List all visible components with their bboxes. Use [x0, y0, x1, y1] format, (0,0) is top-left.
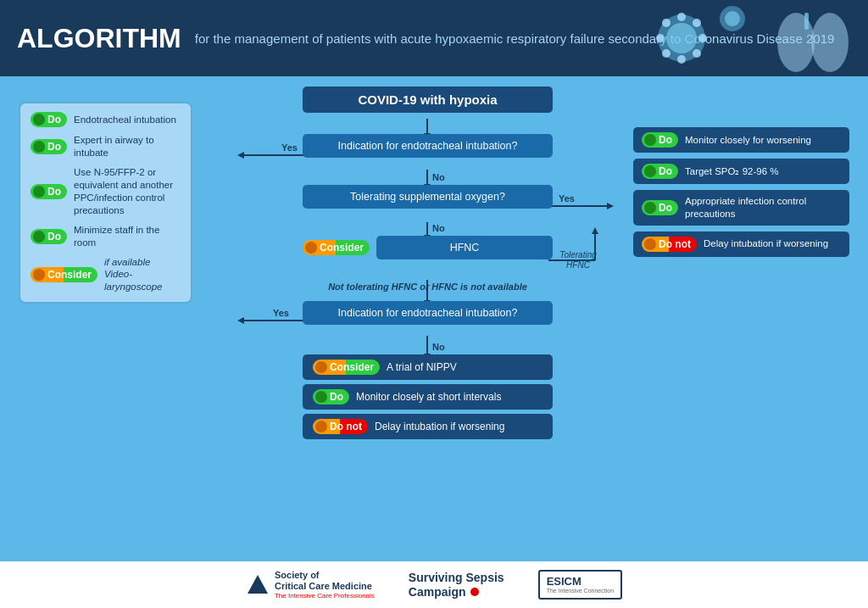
- do-dot-4: [33, 231, 45, 243]
- q3-container: Indication for endotracheal intubation?: [303, 301, 553, 325]
- q1-box: Indication for endotracheal intubation?: [303, 134, 553, 158]
- left-panel: Do Endotracheal intubation Do Expert in …: [19, 102, 192, 304]
- svg-point-4: [656, 34, 665, 42]
- svg-point-12: [777, 13, 815, 72]
- left-item-3: Do Use N-95/FFP-2 or equivalent and anot…: [31, 166, 181, 217]
- esicm-name: ESICM: [547, 575, 614, 588]
- left-item-text-4: Minimize staff in the room: [74, 224, 181, 249]
- footer-ssc: Surviving Sepsis Campaign: [409, 571, 504, 600]
- right-item-text-4: Delay intubation if worsening: [704, 237, 828, 250]
- not-tolerating-note: Not tolerating HFNC or HFNC is not avail…: [303, 278, 553, 293]
- donot-dot-b3: [315, 421, 327, 432]
- sccm-sub: The Intensive Care Professionals: [275, 592, 375, 600]
- header-decoration: [631, 0, 868, 76]
- do-badge-r1: Do: [642, 132, 678, 148]
- right-item-3: Do Appropriate infection control precaut…: [633, 190, 849, 226]
- page-title: ALGORITHM: [17, 23, 181, 54]
- do-dot-3: [33, 186, 45, 198]
- hfnc-box: HFNC: [376, 236, 553, 259]
- do-badge-4: Do: [31, 229, 67, 244]
- svg-point-1: [666, 23, 697, 53]
- svg-point-3: [677, 55, 686, 64]
- donot-label-b3: Do not: [330, 421, 362, 432]
- do-label-4: Do: [47, 231, 61, 243]
- esicm-sub: The Intensive Connection: [547, 588, 614, 594]
- do-badge-r3: Do: [642, 200, 678, 215]
- svg-marker-31: [592, 227, 598, 234]
- svg-marker-18: [237, 152, 244, 159]
- donot-badge-b3: Do not: [313, 419, 368, 434]
- main-content: Yes No Yes No Yes: [0, 76, 868, 561]
- left-item-5: Consider if available Video-laryngoscope: [31, 256, 181, 294]
- consider-dot-5: [33, 269, 45, 281]
- do-badge-1: Do: [31, 112, 67, 127]
- consider-badge: Consider: [303, 240, 370, 255]
- left-item-text-5: if available Video-laryngoscope: [104, 256, 181, 294]
- bottom-item-3: Do not Delay intubation if worsening: [303, 414, 553, 439]
- svg-point-2: [677, 13, 686, 21]
- do-badge-r2: Do: [642, 164, 678, 179]
- svg-text:No: No: [432, 172, 445, 182]
- ssc-name-1: Surviving Sepsis: [409, 571, 504, 585]
- consider-badge-5: Consider: [31, 267, 97, 282]
- do-label-r2: Do: [659, 165, 672, 177]
- svg-point-13: [811, 13, 849, 72]
- q2-box: Tolerating supplemental oxygen?: [303, 185, 553, 209]
- consider-dot-orange: [305, 242, 317, 254]
- do-label-2: Do: [47, 141, 61, 153]
- svg-point-5: [698, 34, 707, 42]
- esicm-logo: ESICM The Intensive Connection: [538, 570, 622, 600]
- sccm-logo-icon: [246, 573, 270, 597]
- svg-marker-24: [607, 203, 614, 209]
- ssc-text: Surviving Sepsis Campaign: [409, 571, 504, 600]
- bottom-center: Consider A trial of NIPPV Do Monitor clo…: [303, 354, 553, 439]
- do-badge-3: Do: [31, 184, 67, 199]
- tolerating-hfnc-label: Tolerating HFNC: [553, 250, 604, 271]
- ssc-logo-dot: [470, 587, 480, 597]
- bottom-item-2: Do Monitor closely at short intervals: [303, 384, 553, 410]
- donot-label-r4: Do not: [659, 238, 691, 250]
- footer-sccm: Society of Critical Care Medicine The In…: [246, 570, 375, 600]
- left-item-1: Do Endotracheal intubation: [31, 112, 181, 127]
- left-item-text-1: Endotracheal intubation: [74, 114, 176, 126]
- header-decoration-svg: [631, 0, 868, 76]
- svg-point-8: [662, 49, 670, 58]
- header: ALGORITHM for the management of patients…: [0, 0, 868, 76]
- bottom-item-text-3: Delay intubation if worsening: [375, 421, 504, 432]
- svg-point-9: [693, 49, 701, 58]
- svg-text:Yes: Yes: [559, 193, 575, 204]
- left-item-2: Do Expert in airway to intubate: [31, 134, 181, 159]
- do-badge-2: Do: [31, 139, 67, 154]
- right-item-1: Do Monitor closely for worsening: [633, 127, 849, 153]
- consider-label: Consider: [320, 242, 364, 254]
- covid-title-box: COVID-19 with hypoxia: [303, 86, 553, 113]
- sccm-name-1: Society of: [275, 570, 375, 581]
- diagram-wrapper: Yes No Yes No Yes: [19, 85, 849, 500]
- right-item-text-2: Target SPO₂ 92-96 %: [685, 165, 778, 178]
- do-badge-b2: Do: [313, 389, 349, 404]
- ssc-name-2: Campaign: [409, 585, 504, 600]
- svg-text:Yes: Yes: [281, 142, 298, 153]
- footer-esicm: ESICM The Intensive Connection: [538, 570, 622, 600]
- bottom-item-text-1: A trial of NIPPV: [387, 361, 457, 373]
- q3-box: Indication for endotracheal intubation?: [303, 301, 553, 325]
- right-panel: Do Monitor closely for worsening Do Targ…: [633, 127, 849, 257]
- consider-badge-b1: Consider: [313, 360, 380, 375]
- svg-text:No: No: [432, 223, 445, 233]
- do-dot-r2: [644, 165, 656, 177]
- q2-container: Tolerating supplemental oxygen?: [303, 185, 553, 209]
- covid-box-container: COVID-19 with hypoxia: [303, 85, 553, 118]
- consider-label-5: Consider: [47, 269, 92, 281]
- consider-dot-b1: [315, 361, 327, 373]
- do-dot-b2: [315, 391, 327, 403]
- q1-container: Indication for endotracheal intubation?: [303, 134, 553, 158]
- left-item-text-3: Use N-95/FFP-2 or equivalent and another…: [74, 166, 181, 217]
- svg-point-6: [662, 19, 670, 27]
- left-item-text-2: Expert in airway to intubate: [74, 134, 181, 159]
- svg-marker-35: [237, 317, 244, 324]
- do-dot-r3: [644, 202, 656, 214]
- bottom-item-1: Consider A trial of NIPPV: [303, 354, 553, 380]
- do-dot-2: [33, 141, 45, 153]
- svg-text:No: No: [432, 342, 445, 352]
- svg-point-41: [470, 588, 479, 596]
